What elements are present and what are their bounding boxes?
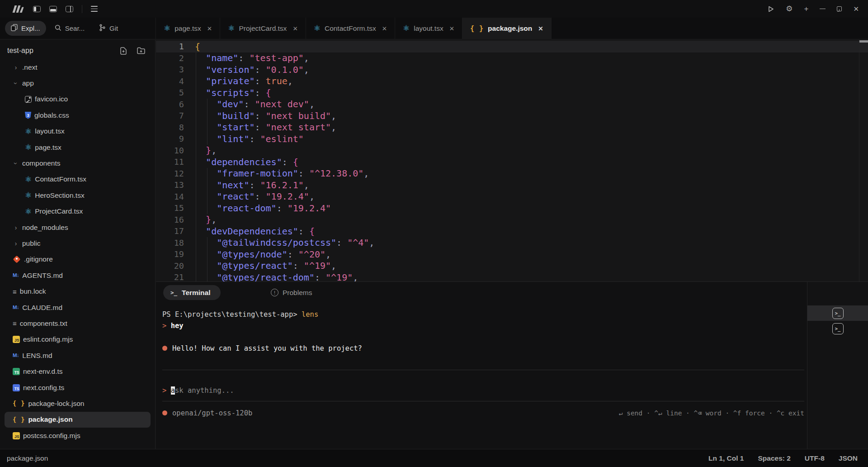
tree-item-CLAUDE.md[interactable]: M↓CLAUDE.md	[5, 300, 151, 315]
model-selector[interactable]: openai/gpt-oss-120b	[162, 409, 252, 417]
menu-icon[interactable]	[91, 6, 98, 11]
statusbar-encoding[interactable]: UTF-8	[805, 454, 825, 462]
restore-icon[interactable]	[837, 6, 842, 11]
tree-item-next-env.d.ts[interactable]: TSnext-env.d.ts	[5, 363, 151, 379]
tab-page.tsx[interactable]: ⚛page.tsx✕	[156, 18, 220, 39]
toggle-left-panel-icon[interactable]	[33, 6, 41, 12]
code-line[interactable]: 21 "@types/react-dom": "^19",	[156, 272, 868, 281]
statusbar-cursor-position[interactable]: Ln 1, Col 1	[708, 454, 744, 462]
sidebar-item-explorer[interactable]: Expl...	[5, 21, 46, 36]
tree-item-app[interactable]: ›app	[5, 75, 151, 91]
code-line[interactable]: 20 "@types/react": "^19",	[156, 260, 868, 272]
tree-item-eslint.config.mjs[interactable]: JSeslint.config.mjs	[5, 332, 151, 348]
new-file-icon[interactable]	[120, 47, 127, 55]
code-line[interactable]: 11 "dependencies": {	[156, 156, 868, 168]
new-folder-icon[interactable]	[137, 47, 145, 55]
tree-item-public[interactable]: ›public	[5, 235, 151, 251]
tree-item-package-lock.json[interactable]: { }package-lock.json	[5, 396, 151, 411]
tree-item-AGENTS.md[interactable]: M↓AGENTS.md	[5, 267, 151, 283]
keyboard-hints: ↵ send · ^↵ line · ^⌫ word · ^f force · …	[619, 408, 804, 419]
code-line[interactable]: 6 "dev": "next dev",	[156, 99, 868, 110]
close-tab-icon[interactable]: ✕	[207, 25, 212, 32]
editor-scrollbar[interactable]	[859, 40, 868, 43]
tree-item-postcss.config.mjs[interactable]: JSpostcss.config.mjs	[5, 428, 151, 443]
tree-item-components[interactable]: ›components	[5, 155, 151, 171]
new-window-plus-icon[interactable]: +	[804, 5, 808, 13]
statusbar-indent-setting[interactable]: Spaces: 2	[758, 454, 790, 462]
tree-item-globals.css[interactable]: 3globals.css	[5, 107, 151, 123]
tab-label: ContactForm.tsx	[325, 24, 376, 33]
indent-guide	[207, 260, 208, 272]
search-label: Sear...	[65, 24, 85, 32]
close-tab-icon[interactable]: ✕	[292, 25, 297, 32]
minimize-icon[interactable]	[820, 9, 826, 10]
code-line[interactable]: 9 "lint": "eslint"	[156, 133, 868, 145]
chevron-down-icon[interactable]: ›	[13, 160, 19, 167]
terminal-instance-2[interactable]: >_	[807, 321, 868, 336]
code-area[interactable]: 1{2 "name": "test-app",3 "version": "0.1…	[156, 40, 868, 281]
close-tab-icon[interactable]: ✕	[382, 25, 387, 32]
tree-item-label: components	[22, 159, 60, 167]
tab-ProjectCard.tsx[interactable]: ⚛ProjectCard.tsx✕	[220, 18, 306, 39]
tree-item-components.txt[interactable]: ≡components.txt	[5, 315, 151, 331]
css-icon: 3	[25, 112, 31, 119]
code-line[interactable]: 16 },	[156, 214, 868, 226]
code-line[interactable]: 5 "scripts": {	[156, 87, 868, 99]
code-line-content: "version": "0.1.0",	[184, 64, 868, 76]
tree-item-.next[interactable]: ›.next	[5, 59, 151, 75]
code-line[interactable]: 19 "@types/node": "^20",	[156, 248, 868, 260]
code-line[interactable]: 4 "private": true,	[156, 76, 868, 87]
close-icon[interactable]: ✕	[853, 5, 859, 13]
close-tab-icon[interactable]: ✕	[538, 25, 543, 32]
javascript-icon: JS	[13, 336, 20, 343]
code-line[interactable]: 14 "react": "19.2.4",	[156, 191, 868, 203]
tab-layout.tsx[interactable]: ⚛layout.tsx✕	[395, 18, 462, 39]
code-line[interactable]: 1{	[156, 41, 868, 52]
terminal-output[interactable]: PS E:\projects\testing\test-app> lens > …	[162, 305, 804, 419]
code-line[interactable]: 8 "start": "next start",	[156, 122, 868, 133]
code-line[interactable]: 12 "framer-motion": "^12.38.0",	[156, 168, 868, 180]
chevron-right-icon[interactable]: ›	[13, 240, 19, 247]
line-number: 4	[156, 76, 184, 86]
statusbar-language-mode[interactable]: JSON	[839, 454, 858, 462]
terminal-instance-1[interactable]: >_	[807, 305, 868, 321]
tree-item-bun.lock[interactable]: ≡bun.lock	[5, 283, 151, 299]
tab-ContactForm.tsx[interactable]: ⚛ContactForm.tsx✕	[306, 18, 395, 39]
tab-package.json[interactable]: { }package.json✕	[462, 18, 552, 39]
indent-guide	[196, 237, 196, 249]
settings-gear-icon[interactable]: ⚙	[786, 5, 793, 13]
tree-item-HeroSection.tsx[interactable]: ⚛HeroSection.tsx	[5, 187, 151, 203]
tree-item-.gitignore[interactable]: .gitignore	[5, 252, 151, 267]
tab-terminal[interactable]: >_ Terminal	[163, 285, 221, 300]
tree-item-ContactForm.tsx[interactable]: ⚛ContactForm.tsx	[5, 172, 151, 187]
code-line[interactable]: 13 "next": "16.2.1",	[156, 179, 868, 191]
sidebar-item-git[interactable]: Git	[93, 21, 124, 36]
chevron-right-icon[interactable]: ›	[13, 64, 19, 71]
tree-item-next.config.ts[interactable]: TSnext.config.ts	[5, 380, 151, 396]
toggle-bottom-panel-icon[interactable]	[49, 6, 57, 12]
indent-guide	[207, 122, 208, 133]
code-line[interactable]: 15 "react-dom": "19.2.4"	[156, 202, 868, 214]
code-line[interactable]: 10 },	[156, 145, 868, 157]
tree-item-page.tsx[interactable]: ⚛page.tsx	[5, 139, 151, 155]
tree-item-layout.tsx[interactable]: ⚛layout.tsx	[5, 124, 151, 139]
code-line[interactable]: 17 "devDependencies": {	[156, 225, 868, 237]
sidebar-item-search[interactable]: Sear...	[49, 21, 90, 36]
code-line[interactable]: 7 "build": "next build",	[156, 110, 868, 122]
tree-item-package.json[interactable]: { }package.json	[5, 412, 151, 428]
code-line[interactable]: 3 "version": "0.1.0",	[156, 64, 868, 76]
tree-item-node_modules[interactable]: ›node_modules	[5, 219, 151, 235]
close-tab-icon[interactable]: ✕	[449, 25, 454, 32]
run-icon[interactable]	[767, 5, 774, 13]
tree-item-favicon.ico[interactable]: favicon.ico	[5, 91, 151, 107]
tree-item-LENS.md[interactable]: M↓LENS.md	[5, 348, 151, 363]
tree-item-ProjectCard.tsx[interactable]: ⚛ProjectCard.tsx	[5, 204, 151, 219]
toggle-right-panel-icon[interactable]	[66, 6, 73, 12]
editor-pane[interactable]: 1{2 "name": "test-app",3 "version": "0.1…	[156, 40, 868, 281]
code-line[interactable]: 2 "name": "test-app",	[156, 52, 868, 64]
tab-problems[interactable]: ! Problems	[271, 285, 312, 300]
chevron-right-icon[interactable]: ›	[13, 224, 19, 231]
chat-input[interactable]: > ask anything...	[162, 385, 804, 396]
chevron-down-icon[interactable]: ›	[13, 80, 19, 86]
code-line[interactable]: 18 "@tailwindcss/postcss": "^4",	[156, 237, 868, 249]
